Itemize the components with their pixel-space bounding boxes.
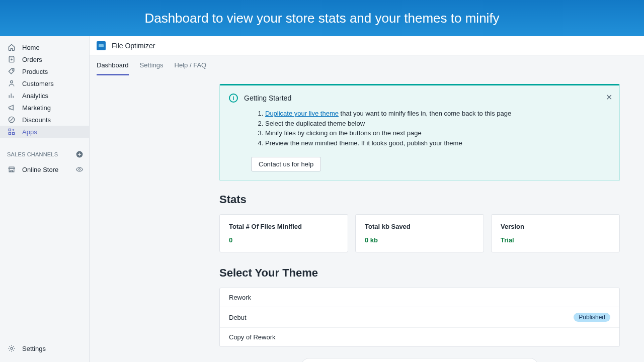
sidebar-item-label: Marketing <box>22 104 51 112</box>
sidebar-item-label: Apps <box>22 128 37 136</box>
discounts-icon <box>7 115 16 124</box>
sidebar-item-marketing[interactable]: Marketing <box>0 102 89 114</box>
products-icon <box>7 67 16 76</box>
sidebar-item-label: Home <box>22 44 40 51</box>
tab-help-faq[interactable]: Help / FAQ <box>175 55 207 75</box>
theme-name: Rework <box>229 294 251 301</box>
customers-icon <box>7 79 16 88</box>
stat-value: 0 kb <box>365 236 474 244</box>
top-banner: Dashboard to view your store stats and y… <box>0 0 644 36</box>
contact-us-button[interactable]: Contact us for help <box>251 157 321 171</box>
svg-point-1 <box>13 70 14 71</box>
stat-label: Version <box>501 223 610 230</box>
sales-channels-label: SALES CHANNELS <box>7 151 58 157</box>
themes-list: Rework Debut Published Copy of Rework <box>219 288 620 347</box>
step-4: Preview the new minified theme. If it lo… <box>265 138 610 148</box>
footer-help: ? Contact fileoptimizer@speedboostr.com … <box>301 358 538 362</box>
stat-label: Total # Of Files Minified <box>229 223 339 230</box>
marketing-icon <box>7 103 16 112</box>
svg-rect-5 <box>9 133 11 135</box>
channel-label: Online Store <box>22 166 58 173</box>
stat-label: Total kb Saved <box>365 223 474 230</box>
sidebar-settings[interactable]: Settings <box>0 341 89 356</box>
tab-dashboard[interactable]: Dashboard <box>97 55 129 75</box>
sidebar: Home Orders Products Customers Analytics… <box>0 36 90 362</box>
orders-icon <box>7 55 16 64</box>
apps-icon <box>7 127 16 136</box>
store-icon <box>7 165 16 174</box>
svg-rect-6 <box>13 133 15 135</box>
banner-text: Dashboard to view your store stats and y… <box>144 11 499 26</box>
tab-settings[interactable]: Settings <box>140 55 164 75</box>
info-icon: i <box>229 94 238 103</box>
stats-title: Stats <box>219 193 620 206</box>
theme-name: Copy of Rework <box>229 333 275 341</box>
eye-icon[interactable] <box>75 165 84 174</box>
stat-card-version: Version Trial <box>491 214 620 252</box>
svg-point-2 <box>11 80 13 83</box>
gear-icon <box>7 344 16 353</box>
sidebar-item-orders[interactable]: Orders <box>0 53 89 65</box>
step-1: Duplicate your live theme that you want … <box>265 109 610 119</box>
duplicate-theme-link[interactable]: Duplicate your live theme <box>265 110 339 117</box>
channel-online-store[interactable]: Online Store <box>0 163 89 176</box>
svg-point-9 <box>11 347 13 349</box>
theme-row[interactable]: Debut Published <box>220 307 619 328</box>
app-name: File Optimizer <box>112 42 155 50</box>
app-header: File Optimizer <box>90 36 644 55</box>
tabs: Dashboard Settings Help / FAQ <box>90 55 644 76</box>
getting-started-callout: ✕ i Getting Started Duplicate your live … <box>219 84 620 181</box>
themes-title: Select Your Theme <box>219 266 620 280</box>
sidebar-item-label: Analytics <box>22 92 48 100</box>
add-channel-icon[interactable] <box>75 150 84 159</box>
sidebar-item-label: Discounts <box>22 116 51 124</box>
theme-row[interactable]: Copy of Rework <box>220 328 619 346</box>
step-3: Minify files by clicking on the buttons … <box>265 128 610 138</box>
published-badge: Published <box>574 313 610 322</box>
stat-value: Trial <box>501 236 610 244</box>
stats-grid: Total # Of Files Minified 0 Total kb Sav… <box>219 214 620 252</box>
callout-title: Getting Started <box>244 94 291 102</box>
home-icon <box>7 43 16 52</box>
theme-row[interactable]: Rework <box>220 288 619 307</box>
step-2: Select the duplicated theme below <box>265 119 610 129</box>
theme-name: Debut <box>229 314 247 321</box>
sidebar-item-label: Orders <box>22 56 42 63</box>
sidebar-item-label: Products <box>22 68 48 75</box>
sidebar-item-home[interactable]: Home <box>0 41 89 53</box>
stat-card-files: Total # Of Files Minified 0 <box>219 214 348 252</box>
app-logo <box>97 41 106 50</box>
sidebar-item-label: Customers <box>22 80 54 87</box>
settings-label: Settings <box>22 345 46 352</box>
sidebar-item-products[interactable]: Products <box>0 65 89 77</box>
close-icon[interactable]: ✕ <box>606 93 612 102</box>
sidebar-item-customers[interactable]: Customers <box>0 77 89 89</box>
svg-point-8 <box>78 168 80 170</box>
svg-rect-4 <box>9 129 11 131</box>
sales-channels-header: SALES CHANNELS <box>0 146 89 163</box>
stat-value: 0 <box>229 236 339 244</box>
sidebar-item-discounts[interactable]: Discounts <box>0 114 89 126</box>
sidebar-item-apps[interactable]: Apps <box>0 126 89 138</box>
analytics-icon <box>7 91 16 100</box>
sidebar-item-analytics[interactable]: Analytics <box>0 89 89 102</box>
stat-card-kb: Total kb Saved 0 kb <box>355 214 484 252</box>
